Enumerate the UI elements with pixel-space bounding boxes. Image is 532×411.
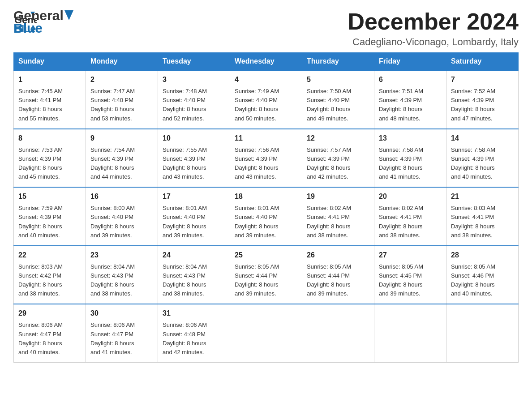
day-number: 3 [163, 74, 225, 85]
day-info: Sunrise: 8:01 AMSunset: 4:40 PMDaylight:… [235, 204, 297, 240]
weekday-header-saturday: Saturday [446, 53, 519, 71]
calendar-cell: 2Sunrise: 7:47 AMSunset: 4:40 PMDaylight… [86, 70, 158, 129]
calendar-cell: 1Sunrise: 7:45 AMSunset: 4:41 PMDaylight… [14, 70, 86, 129]
calendar-cell: 22Sunrise: 8:03 AMSunset: 4:42 PMDayligh… [14, 246, 86, 304]
weekday-header-thursday: Thursday [302, 53, 374, 71]
day-info: Sunrise: 8:04 AMSunset: 4:43 PMDaylight:… [163, 262, 225, 299]
day-info: Sunrise: 7:48 AMSunset: 4:40 PMDaylight:… [163, 87, 225, 123]
calendar-cell: 14Sunrise: 7:58 AMSunset: 4:39 PMDayligh… [446, 129, 519, 188]
calendar-cell: 18Sunrise: 8:01 AMSunset: 4:40 PMDayligh… [230, 187, 302, 246]
calendar-week-row: 8Sunrise: 7:53 AMSunset: 4:39 PMDaylight… [14, 129, 519, 188]
svg-marker-3 [64, 10, 73, 20]
calendar-table: SundayMondayTuesdayWednesdayThursdayFrid… [13, 52, 519, 363]
day-number: 20 [379, 191, 442, 202]
day-number: 5 [307, 74, 369, 85]
page-header: General Blue General Blue December 2024 … [13, 9, 519, 48]
calendar-cell: 23Sunrise: 8:04 AMSunset: 4:43 PMDayligh… [86, 246, 158, 304]
calendar-cell: 10Sunrise: 7:55 AMSunset: 4:39 PMDayligh… [158, 129, 230, 188]
day-info: Sunrise: 8:05 AMSunset: 4:45 PMDaylight:… [379, 262, 442, 299]
calendar-cell: 15Sunrise: 7:59 AMSunset: 4:39 PMDayligh… [14, 187, 86, 246]
title-block: December 2024 Cadegliano-Viconago, Lomba… [348, 9, 519, 48]
day-number: 25 [235, 250, 297, 261]
calendar-cell: 29Sunrise: 8:06 AMSunset: 4:47 PMDayligh… [14, 304, 86, 362]
calendar-week-row: 1Sunrise: 7:45 AMSunset: 4:41 PMDaylight… [14, 70, 519, 129]
day-info: Sunrise: 7:57 AMSunset: 4:39 PMDaylight:… [307, 146, 369, 182]
day-info: Sunrise: 7:56 AMSunset: 4:39 PMDaylight:… [235, 146, 297, 182]
day-info: Sunrise: 8:03 AMSunset: 4:42 PMDaylight:… [18, 262, 81, 299]
day-number: 17 [163, 191, 225, 202]
day-info: Sunrise: 7:59 AMSunset: 4:39 PMDaylight:… [18, 204, 81, 240]
day-number: 11 [235, 133, 297, 144]
calendar-cell: 27Sunrise: 8:05 AMSunset: 4:45 PMDayligh… [374, 246, 446, 304]
calendar-cell [374, 304, 446, 362]
calendar-week-row: 22Sunrise: 8:03 AMSunset: 4:42 PMDayligh… [14, 246, 519, 304]
location-title: Cadegliano-Viconago, Lombardy, Italy [348, 36, 519, 48]
day-number: 29 [18, 308, 81, 319]
day-info: Sunrise: 8:03 AMSunset: 4:41 PMDaylight:… [451, 204, 514, 240]
day-number: 19 [307, 191, 369, 202]
day-info: Sunrise: 8:05 AMSunset: 4:44 PMDaylight:… [235, 262, 297, 299]
day-number: 16 [90, 191, 153, 202]
calendar-cell: 30Sunrise: 8:06 AMSunset: 4:47 PMDayligh… [86, 304, 158, 362]
day-info: Sunrise: 7:58 AMSunset: 4:39 PMDaylight:… [379, 146, 442, 182]
day-info: Sunrise: 7:49 AMSunset: 4:40 PMDaylight:… [235, 87, 297, 123]
calendar-cell: 19Sunrise: 8:02 AMSunset: 4:41 PMDayligh… [302, 187, 374, 246]
day-number: 10 [163, 133, 225, 144]
day-info: Sunrise: 8:05 AMSunset: 4:44 PMDaylight:… [307, 262, 369, 299]
logo-block: General Blue [13, 9, 73, 36]
day-number: 22 [18, 250, 81, 261]
day-number: 13 [379, 133, 442, 144]
calendar-cell [446, 304, 519, 362]
day-info: Sunrise: 8:00 AMSunset: 4:40 PMDaylight:… [90, 204, 153, 240]
day-info: Sunrise: 7:54 AMSunset: 4:39 PMDaylight:… [90, 146, 153, 182]
day-info: Sunrise: 8:06 AMSunset: 4:47 PMDaylight:… [90, 321, 153, 357]
calendar-cell: 13Sunrise: 7:58 AMSunset: 4:39 PMDayligh… [374, 129, 446, 188]
day-number: 31 [163, 308, 225, 319]
day-number: 12 [307, 133, 369, 144]
calendar-cell: 28Sunrise: 8:05 AMSunset: 4:46 PMDayligh… [446, 246, 519, 304]
day-info: Sunrise: 8:04 AMSunset: 4:43 PMDaylight:… [90, 262, 153, 299]
calendar-week-row: 29Sunrise: 8:06 AMSunset: 4:47 PMDayligh… [14, 304, 519, 362]
day-info: Sunrise: 8:02 AMSunset: 4:41 PMDaylight:… [307, 204, 369, 240]
calendar-cell: 20Sunrise: 8:02 AMSunset: 4:41 PMDayligh… [374, 187, 446, 246]
day-info: Sunrise: 8:05 AMSunset: 4:46 PMDaylight:… [451, 262, 514, 299]
day-number: 21 [451, 191, 514, 202]
calendar-cell: 17Sunrise: 8:01 AMSunset: 4:40 PMDayligh… [158, 187, 230, 246]
weekday-header-sunday: Sunday [14, 53, 86, 71]
day-number: 7 [451, 74, 514, 85]
calendar-cell: 24Sunrise: 8:04 AMSunset: 4:43 PMDayligh… [158, 246, 230, 304]
calendar-cell: 8Sunrise: 7:53 AMSunset: 4:39 PMDaylight… [14, 129, 86, 188]
calendar-cell: 21Sunrise: 8:03 AMSunset: 4:41 PMDayligh… [446, 187, 519, 246]
calendar-cell: 12Sunrise: 7:57 AMSunset: 4:39 PMDayligh… [302, 129, 374, 188]
calendar-cell: 3Sunrise: 7:48 AMSunset: 4:40 PMDaylight… [158, 70, 230, 129]
calendar-cell: 11Sunrise: 7:56 AMSunset: 4:39 PMDayligh… [230, 129, 302, 188]
calendar-cell: 7Sunrise: 7:52 AMSunset: 4:39 PMDaylight… [446, 70, 519, 129]
day-info: Sunrise: 7:47 AMSunset: 4:40 PMDaylight:… [90, 87, 153, 123]
day-number: 18 [235, 191, 297, 202]
day-number: 1 [18, 74, 81, 85]
month-title: December 2024 [348, 9, 519, 34]
calendar-cell: 16Sunrise: 8:00 AMSunset: 4:40 PMDayligh… [86, 187, 158, 246]
day-info: Sunrise: 8:01 AMSunset: 4:40 PMDaylight:… [163, 204, 225, 240]
day-info: Sunrise: 7:50 AMSunset: 4:40 PMDaylight:… [307, 87, 369, 123]
day-number: 23 [90, 250, 153, 261]
day-number: 15 [18, 191, 81, 202]
day-number: 9 [90, 133, 153, 144]
day-number: 14 [451, 133, 514, 144]
weekday-header-wednesday: Wednesday [230, 53, 302, 71]
day-info: Sunrise: 7:53 AMSunset: 4:39 PMDaylight:… [18, 146, 81, 182]
logo-triangle-icon [64, 10, 73, 20]
calendar-cell: 5Sunrise: 7:50 AMSunset: 4:40 PMDaylight… [302, 70, 374, 129]
weekday-header-tuesday: Tuesday [158, 53, 230, 71]
day-number: 26 [307, 250, 369, 261]
day-number: 2 [90, 74, 153, 85]
day-number: 6 [379, 74, 442, 85]
day-info: Sunrise: 8:06 AMSunset: 4:47 PMDaylight:… [18, 321, 81, 357]
calendar-cell: 4Sunrise: 7:49 AMSunset: 4:40 PMDaylight… [230, 70, 302, 129]
day-number: 8 [18, 133, 81, 144]
day-number: 4 [235, 74, 297, 85]
calendar-cell: 6Sunrise: 7:51 AMSunset: 4:39 PMDaylight… [374, 70, 446, 129]
day-number: 28 [451, 250, 514, 261]
weekday-header-row: SundayMondayTuesdayWednesdayThursdayFrid… [14, 53, 519, 71]
day-number: 27 [379, 250, 442, 261]
